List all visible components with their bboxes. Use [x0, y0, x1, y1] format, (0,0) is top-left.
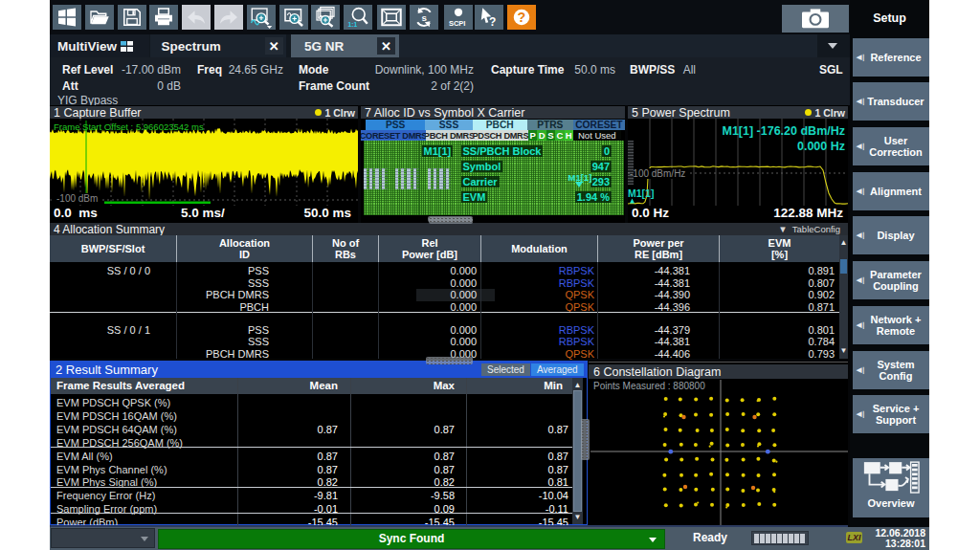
svg-text:?: ? [489, 15, 496, 29]
svg-text:1:1: 1:1 [348, 21, 358, 28]
svg-text:?: ? [518, 10, 526, 25]
svg-text:s: s [421, 12, 427, 23]
svg-text:SCPI: SCPI [449, 19, 466, 28]
